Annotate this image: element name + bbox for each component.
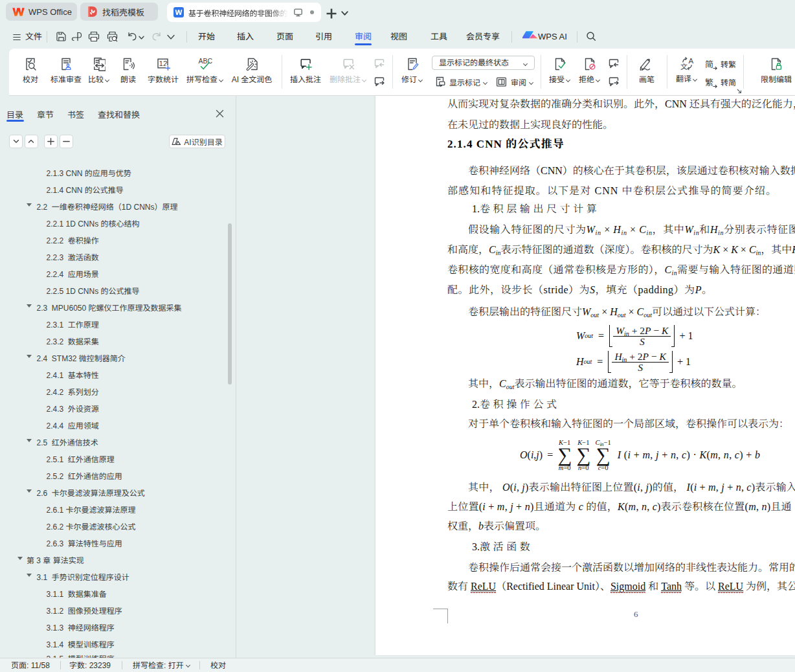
svg-text:文: 文	[680, 61, 688, 71]
svg-text:ABC: ABC	[199, 57, 213, 65]
svg-text:A: A	[688, 57, 693, 65]
